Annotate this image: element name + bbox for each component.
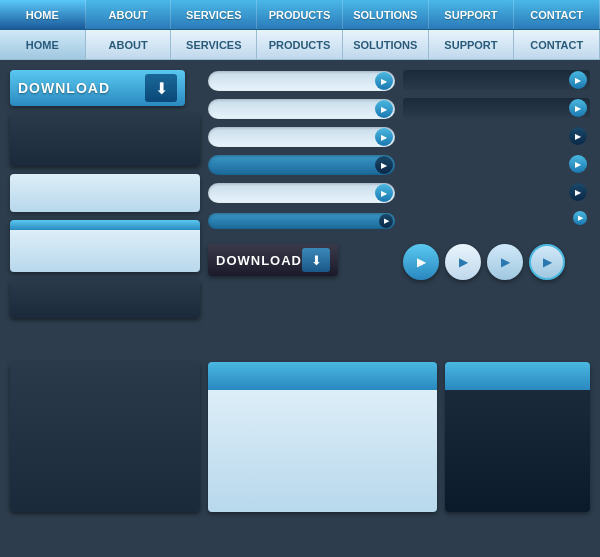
scroll-arrow-2[interactable]: ▶ — [375, 100, 393, 118]
nav-bottom: HOME ABOUT SERVICES PRODUCTS SOLUTIONS S… — [0, 30, 600, 60]
dark-bar-1[interactable]: ▶ — [403, 70, 590, 90]
download-label-1: DOWNLOAD — [18, 80, 110, 96]
bottom-left-panel — [10, 362, 200, 512]
mid-column: ▶ ▶ ▶ ▶ ▶ — [208, 70, 395, 354]
scrollbar-track-4[interactable]: ▶ — [208, 155, 395, 175]
scroll-arrow-3[interactable]: ▶ — [375, 128, 393, 146]
play-btn-1[interactable]: ▶ — [403, 244, 439, 280]
light-bar-arrow-1[interactable]: ▶ — [569, 155, 587, 173]
scroll-arrow-1[interactable]: ▶ — [375, 72, 393, 90]
bmp-header — [208, 362, 437, 390]
light-bar-1[interactable]: ▶ — [403, 154, 590, 174]
download-row-2: DOWNLOAD ⬇ — [208, 242, 395, 278]
blue-bar-arrow-1[interactable]: ▶ — [569, 127, 587, 145]
nav-solutions[interactable]: SOLUTIONS — [343, 0, 429, 29]
play-btn-4[interactable]: ▶ — [529, 244, 565, 280]
brp-header — [445, 362, 590, 390]
nav-products[interactable]: PRODUCTS — [257, 0, 343, 29]
right-column: ▶ ▶ ▶ ▶ ▶ — [403, 70, 590, 354]
scroll-arrow-4[interactable]: ▶ — [375, 156, 393, 174]
scroll-arrow-5[interactable]: ▶ — [375, 184, 393, 202]
download-button-2[interactable]: DOWNLOAD ⬇ — [208, 244, 338, 276]
download-label-2: DOWNLOAD — [216, 253, 302, 268]
half-row-6: ▶ — [403, 210, 590, 232]
download-icon-2: ⬇ — [302, 248, 330, 272]
bottom-mid-panel — [208, 362, 437, 512]
nav2-solutions[interactable]: SOLUTIONS — [343, 30, 429, 59]
main-content: DOWNLOAD ⬇ ▶ ▶ — [0, 60, 600, 557]
dark-panel-1 — [10, 114, 200, 166]
dark-bar-2[interactable]: ▶ — [403, 98, 590, 118]
scrollbar-track-5[interactable]: ▶ — [208, 183, 395, 203]
blue-bar-2[interactable]: ▶ — [403, 182, 590, 202]
nav-contact[interactable]: CONTACT — [514, 0, 600, 29]
scrollbar-track-1[interactable]: ▶ — [208, 71, 395, 91]
half-row-1: ▶ — [403, 70, 590, 92]
scrollbar-row-4: ▶ — [208, 154, 395, 176]
dark-bar-arrow-2[interactable]: ▶ — [569, 99, 587, 117]
scroll-arrow-6[interactable]: ▶ — [379, 214, 393, 228]
nav-home[interactable]: HOME — [0, 0, 86, 29]
download-button-1[interactable]: DOWNLOAD ⬇ — [10, 70, 185, 106]
scrollbar-row-5: ▶ — [208, 182, 395, 204]
half-row-4: ▶ — [403, 154, 590, 176]
nav-support[interactable]: SUPPORT — [429, 0, 515, 29]
blue-bar-arrow-2[interactable]: ▶ — [569, 183, 587, 201]
bmp-body — [208, 390, 437, 512]
scrollbar-track-6[interactable]: ▶ — [208, 213, 395, 229]
light-panel-1 — [10, 174, 200, 212]
nav2-home[interactable]: HOME — [0, 30, 86, 59]
scrollbar-row-3: ▶ — [208, 126, 395, 148]
play-btn-3[interactable]: ▶ — [487, 244, 523, 280]
half-row-2: ▶ — [403, 98, 590, 120]
nav2-products[interactable]: PRODUCTS — [257, 30, 343, 59]
scrollbar-row-6: ▶ — [208, 210, 395, 232]
light-bar-2[interactable]: ▶ — [403, 210, 590, 226]
half-row-5: ▶ — [403, 182, 590, 204]
scrollbar-row-1: ▶ — [208, 70, 395, 92]
half-row-3: ▶ — [403, 126, 590, 148]
play-btn-2[interactable]: ▶ — [445, 244, 481, 280]
dark-panel-2 — [10, 280, 200, 318]
nav2-about[interactable]: ABOUT — [86, 30, 172, 59]
nav2-contact[interactable]: CONTACT — [514, 30, 600, 59]
panel-header-1 — [10, 220, 200, 230]
nav-about[interactable]: ABOUT — [86, 0, 172, 29]
dark-bar-arrow-1[interactable]: ▶ — [569, 71, 587, 89]
scrollbar-track-3[interactable]: ▶ — [208, 127, 395, 147]
bottom-section — [10, 362, 590, 512]
brp-body — [445, 390, 590, 512]
nav-services[interactable]: SERVICES — [171, 0, 257, 29]
nav2-support[interactable]: SUPPORT — [429, 30, 515, 59]
download-icon-1: ⬇ — [145, 74, 177, 102]
blue-header-panel-1 — [10, 220, 200, 272]
scrollbar-track-2[interactable]: ▶ — [208, 99, 395, 119]
left-column: DOWNLOAD ⬇ — [10, 70, 200, 354]
bottom-right-panel — [445, 362, 590, 512]
panel-body-1 — [10, 230, 200, 272]
nav-top: HOME ABOUT SERVICES PRODUCTS SOLUTIONS S… — [0, 0, 600, 30]
light-bar-arrow-2[interactable]: ▶ — [573, 211, 587, 225]
nav2-services[interactable]: SERVICES — [171, 30, 257, 59]
blue-bar-1[interactable]: ▶ — [403, 126, 590, 146]
play-buttons: ▶ ▶ ▶ ▶ — [403, 244, 590, 280]
scrollbar-row-2: ▶ — [208, 98, 395, 120]
